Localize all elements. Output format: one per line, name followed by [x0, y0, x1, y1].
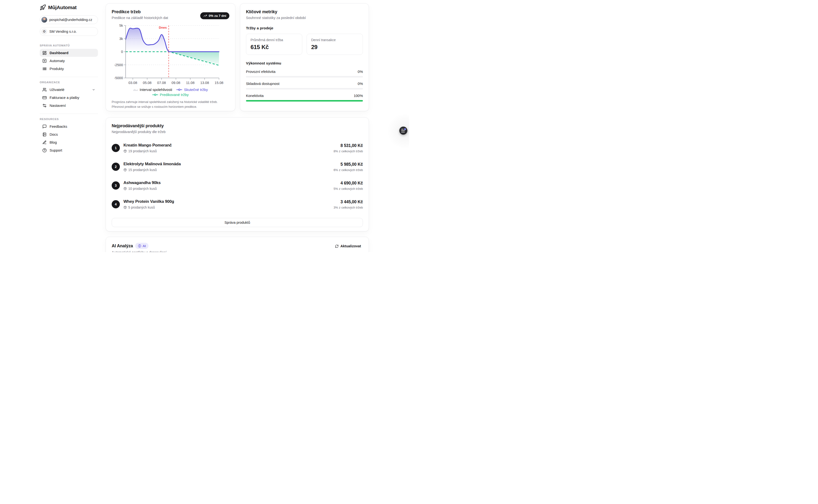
product-name: Kreatin Mango Pomeranč	[123, 143, 172, 148]
user-account-chip[interactable]: pospichal@underholding.cz	[40, 15, 98, 24]
product-row[interactable]: 2 Elektrolyty Malinová limonáda 15 proda…	[112, 157, 363, 176]
sidebar-item-label: Nastavení	[50, 103, 66, 108]
performance-section-title: Výkonnost systému	[246, 61, 363, 65]
chevron-down-icon	[92, 88, 95, 91]
product-row[interactable]: 3 Ashwagandha 90ks 10 prodaných kusů 4 6…	[112, 176, 363, 195]
sidebar-item-automaty[interactable]: Automaty	[40, 57, 98, 65]
ai-badge: AI	[135, 243, 148, 249]
svg-text:-5000: -5000	[114, 76, 123, 80]
organization-chip[interactable]: O SM Vending s.r.o.	[40, 27, 98, 36]
svg-text:07.08: 07.08	[157, 81, 166, 85]
refresh-button[interactable]: Aktualizovat	[333, 243, 363, 249]
stat-avg-daily-revenue: Průměrná denní tržba 615 Kč	[246, 34, 302, 55]
sidebar-item-feedbacks[interactable]: Feedbacks	[40, 122, 98, 130]
product-name: Elektrolyty Malinová limonáda	[123, 162, 181, 166]
products-card-title: Nejprodávanější produkty	[112, 123, 363, 128]
product-name: Whey Protein Vanilka 900g	[123, 199, 174, 204]
progress-fill	[246, 100, 363, 102]
sidebar-item-label: Feedbacks	[50, 124, 67, 128]
sidebar-item-uzivatele[interactable]: Uživatelé	[40, 86, 98, 94]
product-revenue: 5 985,00 Kč	[333, 162, 363, 167]
product-revenue: 4 690,00 Kč	[333, 181, 363, 186]
metrics-card-subtitle: Souhrnné statistiky za poslední období	[246, 16, 363, 20]
product-share: 5% z celkových tržeb	[333, 187, 363, 191]
sidebar-section-sprava-automatu: SPRÁVA AUTOMATŮ	[40, 44, 98, 47]
sidebar-item-label: Support	[50, 148, 62, 152]
performance-metric-efficiency: Provozní efektivita 0%	[246, 70, 363, 77]
sidebar-item-label: Uživatelé	[50, 88, 64, 92]
rocket-icon	[40, 4, 46, 11]
user-email: pospichal@underholding.cz	[49, 18, 92, 22]
barcode-icon	[42, 67, 47, 71]
help-icon	[42, 148, 47, 153]
sidebar-item-produkty[interactable]: Produkty	[40, 65, 98, 73]
chart-footnote: Prognóza zahrnuje interval spolehlivosti…	[112, 100, 229, 109]
predicted-line-marker-icon	[152, 94, 158, 96]
metrics-card-title: Klíčové metriky	[246, 9, 363, 14]
message-icon	[42, 124, 47, 129]
sidebar-item-label: Docs	[50, 132, 58, 136]
user-avatar	[41, 17, 47, 23]
docs-icon	[42, 132, 47, 137]
prediction-chart-wrap: Dnes5k3k0-2500-500003.0805.0807.0809.081…	[108, 23, 229, 87]
chart-legend: Interval spolehlivosti Skutečné tržby Pr…	[112, 88, 229, 97]
progress-track	[246, 76, 363, 77]
svg-text:03.08: 03.08	[128, 81, 137, 85]
product-sold: 5 prodaných kusů	[123, 205, 174, 209]
prediction-card: Predikce tržeb Predikce na základě histo…	[106, 3, 235, 111]
prediction-chart: Dnes5k3k0-2500-500003.0805.0807.0809.081…	[108, 23, 227, 86]
sales-stats: Průměrná denní tržba 615 Kč Denní transa…	[246, 34, 363, 55]
product-sold: 10 prodaných kusů	[123, 187, 161, 191]
svg-text:11.08: 11.08	[186, 81, 194, 85]
sidebar-item-nastaveni[interactable]: Nastavení	[40, 102, 98, 109]
app-logo: MůjAutomat	[40, 0, 98, 12]
organization-avatar: O	[41, 29, 47, 34]
sidebar-item-dashboard[interactable]: Dashboard	[40, 49, 98, 57]
svg-text:5k: 5k	[119, 24, 123, 27]
svg-text:-2500: -2500	[114, 63, 123, 67]
sidebar-item-fakturace[interactable]: Fakturace a platby	[40, 94, 98, 102]
ai-analysis-card: AI Analýza AI Automatické postřehy a dop…	[106, 237, 369, 252]
ai-card-title: AI Analýza	[112, 243, 133, 249]
settings-icon	[42, 103, 47, 108]
trend-badge: 0% za 7 dní	[200, 12, 229, 19]
top-products-card: Nejprodávanější produkty Nejprodávanější…	[106, 117, 369, 231]
sidebar-item-docs[interactable]: Docs	[40, 130, 98, 138]
product-sold: 19 prodaných kusů	[123, 149, 172, 153]
menu-lines-icon	[401, 129, 403, 130]
sidebar-item-support[interactable]: Support	[40, 146, 98, 154]
product-share: 3% z celkových tržeb	[333, 206, 363, 209]
dashboard-page: MůjAutomat pospichal@underholding.cz O S…	[0, 0, 409, 252]
trend-badge-label: 0% za 7 dní	[209, 14, 226, 18]
svg-text:3k: 3k	[119, 37, 123, 41]
pen-icon	[42, 140, 47, 145]
sidebar-item-blog[interactable]: Blog	[40, 138, 98, 146]
legend-item-interval: Interval spolehlivosti	[133, 88, 172, 92]
svg-text:15.08: 15.08	[215, 81, 223, 85]
product-row[interactable]: 1 Kreatin Mango Pomeranč 19 prodaných ku…	[112, 139, 363, 157]
key-metrics-card: Klíčové metriky Souhrnné statistiky za p…	[240, 3, 369, 111]
organization-name: SM Vending s.r.o.	[49, 30, 77, 33]
svg-text:Dnes: Dnes	[159, 26, 167, 29]
actual-line-marker-icon	[176, 89, 182, 91]
sidebar: MůjAutomat pospichal@underholding.cz O S…	[40, 0, 98, 154]
package-icon	[123, 206, 127, 209]
refresh-icon	[335, 244, 338, 248]
sidebar-item-label: Automaty	[50, 59, 65, 63]
product-row[interactable]: 4 Whey Protein Vanilka 900g 5 prodaných …	[112, 195, 363, 214]
manage-products-button[interactable]: Správa produktů	[112, 218, 363, 227]
feedback-widget-button[interactable]	[399, 127, 407, 135]
sidebar-section-organizace: ORGANIZACE	[40, 81, 98, 84]
product-sold: 15 prodaných kusů	[123, 168, 181, 172]
sidebar-divider	[40, 77, 98, 77]
credit-card-icon	[42, 96, 47, 100]
package-icon	[123, 187, 127, 190]
product-name: Ashwagandha 90ks	[123, 180, 161, 185]
legend-item-predicted: Predikované tržby	[152, 93, 189, 97]
product-share: 8% z celkových tržeb	[333, 149, 363, 153]
rank-badge: 3	[112, 181, 120, 190]
product-revenue: 8 531,00 Kč	[333, 143, 363, 148]
trending-up-icon	[203, 14, 207, 18]
product-revenue: 3 445,00 Kč	[333, 199, 363, 204]
rank-badge: 1	[112, 144, 120, 152]
